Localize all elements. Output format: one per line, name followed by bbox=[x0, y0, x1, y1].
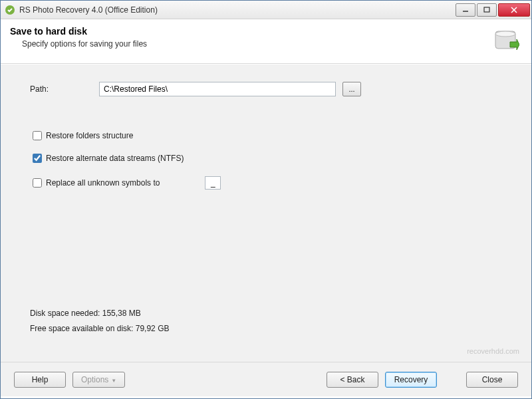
restore-ads-checkbox[interactable] bbox=[33, 154, 42, 163]
page-subtitle: Specify options for saving your files bbox=[10, 39, 491, 49]
replace-symbols-row: Replace all unknown symbols to bbox=[33, 176, 507, 190]
footer: Help Options▼ < Back Recovery Close bbox=[1, 362, 531, 396]
disk-info: Disk space needed: 155,38 MB Free space … bbox=[30, 306, 169, 336]
close-window-button[interactable] bbox=[498, 3, 530, 17]
page-header: Save to hard disk Specify options for sa… bbox=[1, 19, 531, 64]
svg-rect-2 bbox=[484, 7, 489, 12]
restore-folders-checkbox[interactable] bbox=[33, 131, 42, 140]
recovery-button[interactable]: Recovery bbox=[385, 372, 437, 388]
titlebar: RS Photo Recovery 4.0 (Office Edition) bbox=[1, 1, 531, 19]
disk-needed-label: Disk space needed: bbox=[30, 309, 100, 318]
disk-free-label: Free space available on disk: bbox=[30, 324, 133, 333]
restore-ads-row: Restore alternate data streams (NTFS) bbox=[33, 154, 507, 163]
restore-ads-label[interactable]: Restore alternate data streams (NTFS) bbox=[46, 154, 184, 163]
path-input[interactable] bbox=[99, 82, 336, 96]
page-title: Save to hard disk bbox=[10, 26, 491, 37]
replace-symbols-checkbox[interactable] bbox=[33, 178, 42, 188]
replace-char-input[interactable] bbox=[205, 176, 221, 190]
minimize-button[interactable] bbox=[456, 3, 475, 17]
chevron-down-icon: ▼ bbox=[111, 378, 116, 384]
window-buttons bbox=[456, 3, 530, 17]
restore-folders-row: Restore folders structure bbox=[33, 131, 507, 140]
window-title: RS Photo Recovery 4.0 (Office Edition) bbox=[19, 5, 456, 15]
disk-free-line: Free space available on disk: 79,92 GB bbox=[30, 321, 169, 336]
path-label: Path: bbox=[30, 84, 99, 94]
close-button[interactable]: Close bbox=[466, 372, 518, 388]
help-button[interactable]: Help bbox=[14, 372, 66, 388]
disk-free-value: 79,92 GB bbox=[136, 324, 170, 333]
form-body: Path: ... Restore folders structure Rest… bbox=[1, 64, 531, 362]
browse-button[interactable]: ... bbox=[342, 82, 361, 96]
app-window: RS Photo Recovery 4.0 (Office Edition) S… bbox=[0, 0, 532, 399]
footer-left: Help Options▼ bbox=[14, 372, 125, 388]
options-button-label: Options bbox=[81, 375, 108, 384]
watermark: recoverhdd.com bbox=[467, 347, 519, 355]
options-button[interactable]: Options▼ bbox=[72, 372, 125, 388]
disk-needed-value: 155,38 MB bbox=[102, 309, 141, 318]
restore-folders-label[interactable]: Restore folders structure bbox=[46, 131, 133, 140]
path-row: Path: ... bbox=[30, 82, 507, 96]
svg-point-5 bbox=[495, 31, 515, 37]
footer-right: < Back Recovery Close bbox=[327, 372, 518, 388]
maximize-button[interactable] bbox=[477, 3, 497, 17]
back-button[interactable]: < Back bbox=[327, 372, 378, 388]
content-area: Save to hard disk Specify options for sa… bbox=[1, 19, 531, 399]
disk-needed-line: Disk space needed: 155,38 MB bbox=[30, 306, 169, 321]
header-text: Save to hard disk Specify options for sa… bbox=[10, 26, 491, 54]
disk-save-icon bbox=[491, 26, 519, 54]
app-icon bbox=[5, 5, 15, 15]
replace-symbols-label[interactable]: Replace all unknown symbols to bbox=[46, 178, 160, 188]
